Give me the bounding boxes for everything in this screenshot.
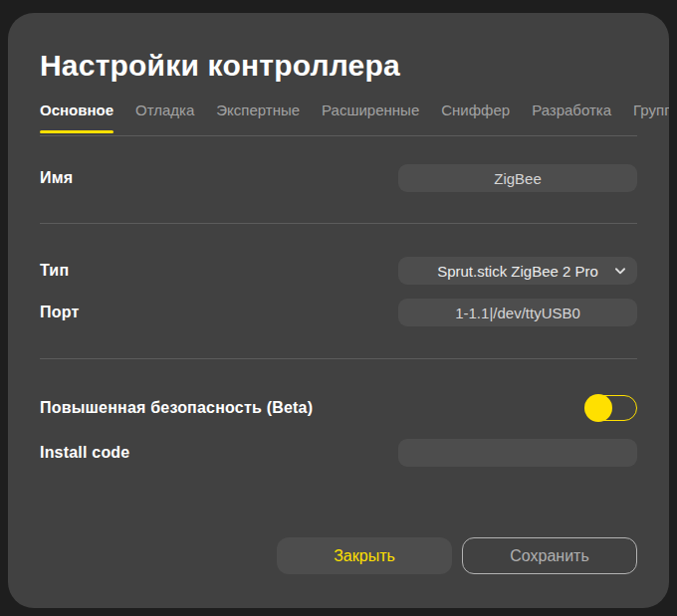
tab-3[interactable]: Экспертные	[216, 102, 300, 134]
field-row-install-code: Install code	[40, 438, 637, 468]
field-row-port: Порт	[40, 298, 637, 327]
chevron-down-icon	[613, 264, 627, 278]
tab-6[interactable]: Разработка	[532, 102, 611, 134]
tabbar-divider	[40, 135, 637, 136]
port-input[interactable]	[398, 299, 637, 326]
section-divider	[40, 358, 637, 359]
tab-5[interactable]: Сниффер	[441, 102, 510, 134]
security-toggle[interactable]	[585, 395, 637, 421]
controller-settings-dialog: Настройки контроллера ОсновноеОтладкаЭкс…	[8, 13, 669, 608]
tab-bar: ОсновноеОтладкаЭкспертныеРасширенныеСниф…	[40, 102, 669, 137]
tab-1[interactable]: Основное	[40, 102, 113, 134]
page-title: Настройки контроллера	[40, 47, 637, 85]
install-code-input[interactable]	[398, 439, 637, 467]
field-row-name: Имя	[40, 163, 637, 193]
close-button[interactable]: Закрыть	[277, 537, 452, 574]
section-divider	[40, 223, 637, 224]
security-label: Повышенная безопасность (Beta)	[40, 399, 313, 417]
port-label: Порт	[40, 304, 79, 321]
dialog-footer: Закрыть Сохранить	[40, 537, 637, 574]
type-select[interactable]: Sprut.stick ZigBee 2 Pro	[398, 257, 637, 285]
tabs: ОсновноеОтладкаЭкспертныеРасширенныеСниф…	[40, 102, 669, 134]
name-input[interactable]	[398, 164, 637, 192]
install-code-label: Install code	[40, 444, 129, 462]
toggle-knob	[584, 394, 612, 422]
field-row-type: Тип Sprut.stick ZigBee 2 Pro	[40, 256, 637, 286]
type-label: Тип	[40, 262, 69, 280]
field-row-security: Повышенная безопасность (Beta)	[40, 393, 637, 423]
save-button[interactable]: Сохранить	[462, 537, 637, 574]
type-select-value: Sprut.stick ZigBee 2 Pro	[437, 263, 598, 280]
tab-7[interactable]: Группы	[633, 102, 669, 134]
tab-4[interactable]: Расширенные	[322, 102, 419, 134]
name-label: Имя	[40, 169, 73, 187]
tab-2[interactable]: Отладка	[135, 102, 194, 134]
